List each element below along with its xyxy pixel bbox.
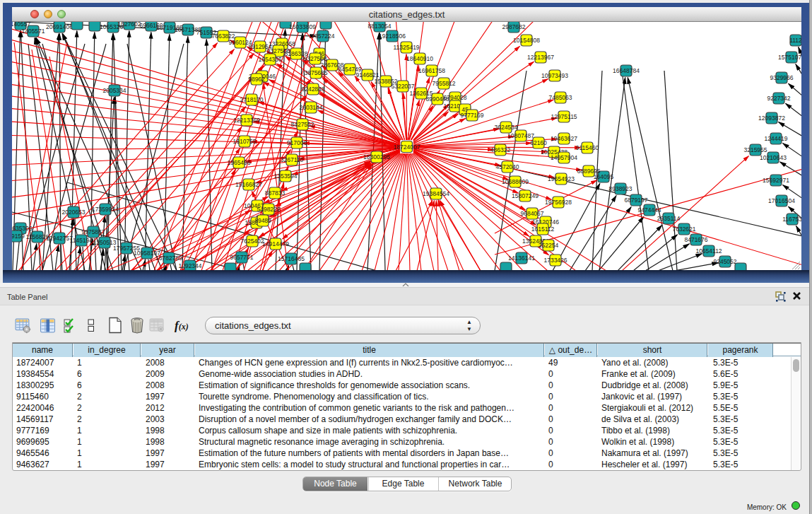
svg-text:1527602: 1527602 <box>117 22 141 28</box>
svg-text:8427552: 8427552 <box>290 121 314 128</box>
svg-text:16648784: 16648784 <box>613 67 640 74</box>
svg-text:2005334: 2005334 <box>102 87 126 94</box>
svg-text:19384554: 19384554 <box>423 190 449 197</box>
svg-text:1292344: 1292344 <box>178 262 201 269</box>
svg-text:1965496: 1965496 <box>227 159 250 166</box>
svg-text:9975867: 9975867 <box>81 228 105 235</box>
svg-text:5322037: 5322037 <box>391 83 414 90</box>
svg-text:2603144: 2603144 <box>299 104 322 111</box>
svg-text:12213369: 12213369 <box>233 117 260 124</box>
svg-text:17359924: 17359924 <box>92 206 119 213</box>
svg-text:15716485: 15716485 <box>278 255 305 262</box>
svg-text:1405571: 1405571 <box>21 28 45 35</box>
svg-text:62160: 62160 <box>530 139 547 146</box>
svg-text:9227342: 9227342 <box>767 95 790 102</box>
svg-text:89489: 89489 <box>254 217 271 224</box>
svg-text:16782759: 16782759 <box>155 255 182 262</box>
svg-text:12093872: 12093872 <box>758 115 785 122</box>
svg-text:14914479: 14914479 <box>262 240 289 247</box>
svg-text:8471676: 8471676 <box>684 236 707 243</box>
svg-text:116753: 116753 <box>782 216 801 223</box>
svg-text:10210643: 10210643 <box>760 154 787 161</box>
svg-text:20691406: 20691406 <box>46 23 73 30</box>
svg-text:18300295: 18300295 <box>363 153 390 160</box>
svg-text:1244419: 1244419 <box>764 135 787 142</box>
svg-text:2718170: 2718170 <box>240 96 263 103</box>
svg-text:6879197: 6879197 <box>624 197 647 204</box>
svg-text:12213967: 12213967 <box>527 54 554 61</box>
svg-text:1610755: 1610755 <box>233 138 256 145</box>
svg-text:19463627: 19463627 <box>551 135 577 142</box>
svg-text:10654112: 10654112 <box>695 247 722 255</box>
svg-text:917006: 917006 <box>287 139 307 146</box>
svg-text:15751074: 15751074 <box>778 54 801 61</box>
svg-text:3215955: 3215955 <box>743 146 767 153</box>
svg-text:19166827: 19166827 <box>235 181 262 188</box>
svg-text:9329966: 9329966 <box>770 74 793 81</box>
svg-text:7632621: 7632621 <box>672 226 695 233</box>
svg-text:2935114: 2935114 <box>657 215 681 222</box>
svg-text:1112: 1112 <box>789 37 801 44</box>
svg-text:3624534: 3624534 <box>494 124 517 131</box>
svg-text:5498222: 5498222 <box>257 206 280 213</box>
svg-text:9684067: 9684067 <box>520 210 543 217</box>
svg-text:3875685: 3875685 <box>304 69 327 76</box>
svg-text:19756928: 19756928 <box>545 199 572 206</box>
svg-text:98962: 98962 <box>248 76 265 83</box>
svg-text:16033809: 16033809 <box>289 23 316 30</box>
svg-text:1733426: 1733426 <box>543 257 567 264</box>
svg-text:7357224: 7357224 <box>311 33 334 40</box>
svg-text:252254: 252254 <box>539 242 559 249</box>
svg-text:19218506: 19218506 <box>379 33 406 40</box>
svg-text:18640910: 18640910 <box>406 55 433 62</box>
svg-text:10807487: 10807487 <box>507 132 534 139</box>
svg-text:2987682: 2987682 <box>502 23 525 30</box>
svg-text:2020653: 2020653 <box>61 209 85 216</box>
svg-text:1353594: 1353594 <box>273 173 297 180</box>
svg-text:887833: 887833 <box>265 189 286 197</box>
svg-text:9245052: 9245052 <box>713 258 736 265</box>
svg-text:14957904: 14957904 <box>551 154 577 161</box>
svg-text:1615112: 1615112 <box>531 226 555 233</box>
svg-text:12975115: 12975115 <box>551 113 577 120</box>
svg-text:9474444: 9474444 <box>637 206 661 214</box>
svg-text:4572040: 4572040 <box>495 163 519 170</box>
svg-text:16961758: 16961758 <box>418 67 445 74</box>
svg-text:15692971: 15692971 <box>763 177 789 184</box>
svg-text:17016504: 17016504 <box>768 197 795 204</box>
svg-text:9115460: 9115460 <box>576 144 599 151</box>
svg-text:39159: 39159 <box>12 233 25 240</box>
svg-text:10154808: 10154808 <box>513 37 540 44</box>
svg-text:9777169: 9777169 <box>460 112 483 119</box>
svg-text:19654923: 19654923 <box>548 175 575 182</box>
svg-text:12942757: 12942757 <box>46 235 73 242</box>
svg-text:9242848: 9242848 <box>301 86 324 93</box>
svg-text:9657771: 9657771 <box>230 254 253 261</box>
svg-text:486322: 486322 <box>490 146 511 153</box>
svg-text:18724007: 18724007 <box>394 144 420 151</box>
svg-text:8938923: 8938923 <box>608 185 632 192</box>
svg-text:15807249: 15807249 <box>512 192 539 199</box>
svg-text:11325419: 11325419 <box>393 44 419 51</box>
svg-text:6889695: 6889695 <box>577 168 600 175</box>
svg-text:7625402: 7625402 <box>240 238 264 245</box>
svg-text:14136141: 14136141 <box>508 255 535 262</box>
svg-text:10973493: 10973493 <box>541 72 568 79</box>
svg-text:7955812: 7955812 <box>432 80 455 87</box>
svg-text:8813054: 8813054 <box>367 23 391 30</box>
svg-text:1654336: 1654336 <box>258 56 281 63</box>
svg-text:7485063: 7485063 <box>548 94 572 101</box>
svg-text:3267110: 3267110 <box>281 156 304 163</box>
svg-text:10688609: 10688609 <box>502 178 529 185</box>
